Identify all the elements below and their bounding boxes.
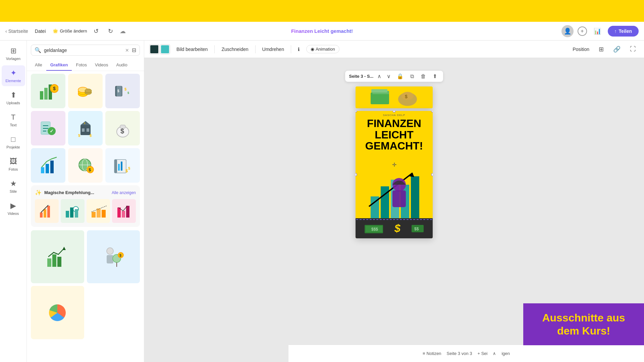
page-up-button[interactable]: ∧ [493, 351, 496, 356]
more-thumb-person-plant[interactable]: $ [87, 230, 140, 284]
home-label[interactable]: Startseite [8, 28, 28, 34]
sidebar-item-label-stile: Stile [10, 189, 17, 193]
tab-audio[interactable]: Audio [112, 60, 131, 71]
sidebar-item-fotos[interactable]: 🖼 Fotos [2, 154, 25, 175]
color-swatch-dark[interactable] [150, 45, 159, 54]
asset-thumb-coins[interactable] [68, 74, 103, 108]
grid-icon-button[interactable]: ⊞ [596, 44, 606, 54]
magic-link[interactable]: Alle anzeigen [112, 190, 136, 195]
svg-rect-59 [47, 258, 51, 267]
analytics-button[interactable]: 📊 [591, 26, 604, 36]
svg-rect-52 [92, 212, 96, 218]
tab-grafiken[interactable]: Grafiken [46, 60, 72, 71]
canvas-area: Bild bearbeiten Zuschneiden Umdrehen ℹ ◉… [144, 41, 644, 362]
info-button[interactable]: ℹ [295, 45, 302, 53]
promo-text: Ausschnitte aus dem Kurs! [533, 311, 634, 337]
tab-alle[interactable]: Alle [31, 60, 46, 71]
user-avatar[interactable]: 👤 [561, 25, 574, 37]
resize-label: Größe ändern [60, 28, 87, 34]
svg-rect-45 [40, 213, 43, 218]
magic-thumb-3[interactable] [87, 199, 110, 223]
notes-icon: ≡ [423, 351, 425, 356]
add-page-button[interactable]: + Sei [477, 351, 487, 356]
svg-rect-1 [44, 88, 48, 100]
svg-point-9 [85, 89, 92, 93]
svg-rect-60 [52, 254, 56, 267]
notes-button[interactable]: ≡ Notizen [423, 351, 441, 356]
copy-page-button[interactable]: ⧉ [408, 73, 416, 80]
position-button[interactable]: Position [570, 45, 592, 53]
resize-handle-tl[interactable] [356, 111, 357, 112]
sidebar-item-videos[interactable]: ▶ Videos [2, 198, 25, 219]
toolbar-center: Finanzen Leicht gemacht! [218, 28, 426, 34]
asset-thumb-building-money[interactable]: $ $ $ [68, 111, 103, 145]
redo-button[interactable]: ↻ [105, 26, 116, 36]
main-area: ⊞ Vorlagen ✦ Elemente ⬆ Uploads T Text □… [0, 41, 644, 362]
resize-handle-tm[interactable] [393, 111, 395, 112]
share-label: Teilen [619, 28, 632, 34]
add-collaborator-button[interactable]: + [578, 26, 587, 36]
svg-rect-57 [122, 211, 125, 218]
resize-button[interactable]: 🌟 Größe ändern [53, 28, 87, 34]
magic-star-icon: ✨ [35, 189, 42, 196]
sidebar-item-text[interactable]: T Text [2, 110, 25, 130]
sidebar-item-label-text: Text [10, 123, 16, 127]
sidebar-item-vorlagen[interactable]: ⊞ Vorlagen [2, 43, 25, 64]
sidebar-item-projekte[interactable]: □ Projekte [2, 132, 25, 153]
asset-thumb-bars-dollar[interactable]: $ [31, 74, 65, 108]
resize-handle-tr[interactable] [431, 111, 433, 112]
show-label: igen [501, 351, 510, 356]
asset-thumb-checklist[interactable]: ✓ [31, 111, 65, 145]
svg-rect-23 [87, 128, 89, 132]
clear-search-icon[interactable]: ✕ [125, 48, 129, 53]
animation-label: Animation [316, 47, 335, 52]
asset-thumb-bar-up[interactable] [31, 148, 65, 183]
delete-page-button[interactable]: 🗑 [419, 73, 428, 80]
sun-icon: 🌟 [53, 28, 58, 34]
svg-text:$: $ [127, 91, 129, 95]
link-icon-button[interactable]: 🔗 [610, 44, 623, 54]
asset-thumb-book-chart[interactable]: $ $ [105, 148, 140, 183]
svg-rect-54 [102, 210, 106, 218]
selection-line [356, 219, 432, 220]
videos-icon: ▶ [10, 201, 16, 210]
crop-button[interactable]: Zuschneiden [219, 45, 251, 53]
filter-icon[interactable]: ⊟ [132, 47, 136, 53]
svg-rect-79 [411, 176, 419, 218]
magic-thumb-1[interactable] [35, 199, 59, 223]
sidebar-item-label-projekte: Projekte [6, 145, 20, 149]
back-button[interactable]: ‹ Startseite [5, 28, 28, 34]
page-expand-button[interactable]: ∨ [385, 72, 392, 80]
sidebar-item-uploads[interactable]: ⬆ Uploads [2, 87, 25, 108]
undo-button[interactable]: ↺ [91, 26, 101, 36]
animation-button[interactable]: ◉ Animation [306, 45, 339, 53]
page-collapse-button[interactable]: ∧ [376, 72, 383, 80]
more-thumb-growth[interactable] [31, 230, 84, 284]
share-page-button[interactable]: ⬆ [431, 72, 439, 80]
search-input[interactable] [44, 48, 122, 53]
svg-rect-42 [121, 162, 122, 171]
svg-text:$: $ [405, 94, 408, 99]
share-button[interactable]: ↑ Teilen [608, 26, 639, 37]
tab-videos[interactable]: Videos [91, 60, 112, 71]
asset-thumb-moneybag[interactable]: $ [105, 111, 140, 145]
edit-image-button[interactable]: Bild bearbeiten [174, 45, 210, 53]
more-thumb-pie-chart[interactable] [31, 286, 84, 339]
color-swatch-teal[interactable] [160, 45, 170, 54]
sidebar-item-elemente[interactable]: ✦ Elemente [2, 65, 25, 86]
svg-rect-64 [107, 255, 113, 263]
expand-icon-button[interactable]: ⛶ [627, 44, 639, 54]
svg-rect-50 [70, 207, 73, 218]
lock-page-button[interactable]: 🔒 [395, 72, 406, 80]
svg-text:$$: $$ [414, 227, 419, 231]
asset-thumb-book-money[interactable]: $ $ $ [105, 74, 140, 108]
sidebar-item-stile[interactable]: ★ Stile [2, 176, 25, 197]
main-canvas-card[interactable]: SASCHA DELP FINANZEN LEICHT GEMACHT! [356, 111, 433, 238]
cloud-save-icon: ☁ [120, 27, 126, 35]
magic-thumb-2[interactable] [61, 199, 85, 223]
tab-fotos[interactable]: Fotos [72, 60, 91, 71]
magic-thumb-4[interactable] [112, 199, 136, 223]
file-menu-button[interactable]: Datei [32, 27, 49, 35]
flip-button[interactable]: Umdrehen [260, 45, 287, 53]
asset-thumb-globe-money[interactable]: $ [68, 148, 103, 183]
